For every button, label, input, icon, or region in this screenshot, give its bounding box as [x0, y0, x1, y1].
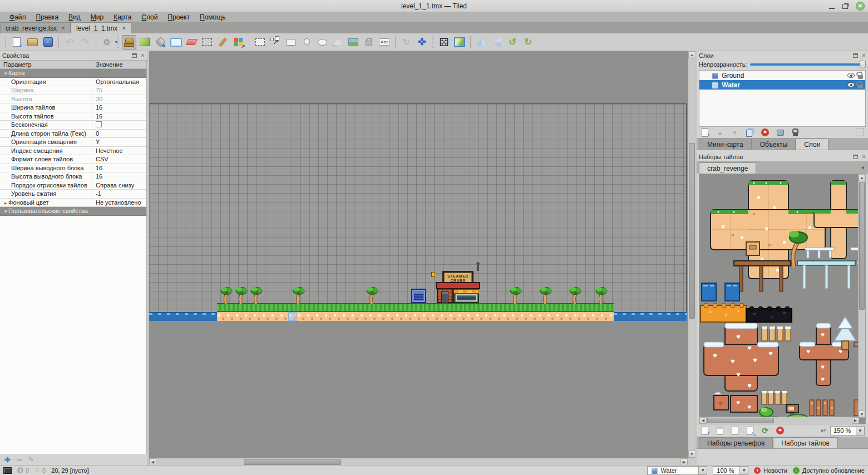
- menu-item[interactable]: Правка: [31, 13, 64, 22]
- terrain-brush-button[interactable]: [137, 35, 152, 50]
- duplicate-layer-button[interactable]: [745, 127, 755, 137]
- export-tileset-button[interactable]: [745, 425, 755, 436]
- menu-item[interactable]: Мир: [86, 13, 108, 22]
- property-row[interactable]: Ширина 75: [0, 86, 146, 95]
- unlocked-icon[interactable]: [858, 85, 863, 88]
- lower-layer-button[interactable]: [730, 127, 740, 137]
- remove-property-icon[interactable]: ━: [17, 456, 22, 464]
- news-link[interactable]: Новости: [754, 467, 787, 474]
- menu-item[interactable]: Карта: [108, 13, 136, 22]
- scroll-up-icon[interactable]: ▲: [859, 174, 865, 181]
- new-tileset-button[interactable]: [700, 425, 710, 436]
- same-tile-select-button[interactable]: [231, 35, 245, 50]
- property-row[interactable]: Высота выводного блока 16: [0, 172, 146, 181]
- scroll-right-icon[interactable]: ▶: [852, 417, 859, 424]
- insert-polygon-button[interactable]: [331, 35, 345, 50]
- scroll-thumb[interactable]: [707, 418, 774, 423]
- property-row[interactable]: Индекс смещения Нечетное: [0, 147, 146, 156]
- tileset-view[interactable]: ♥♥♥♥♥♥♥♥ ♥♥♥♥♥ ♥ ♥♥: [699, 174, 866, 424]
- open-file-button[interactable]: [25, 35, 40, 50]
- map-thumbnail-icon[interactable]: [3, 467, 12, 474]
- property-row[interactable]: Ширина тайлов 16: [0, 103, 146, 112]
- maximize-button-icon[interactable]: [842, 4, 848, 9]
- add-property-icon[interactable]: ✚: [4, 456, 11, 464]
- property-row[interactable]: Порядок отрисовки тайлов Справа снизу: [0, 181, 146, 190]
- close-panel-icon[interactable]: ×: [862, 53, 866, 58]
- show-other-layers-button[interactable]: [775, 127, 785, 137]
- visibility-eye-icon[interactable]: [847, 73, 855, 78]
- visibility-eye-icon[interactable]: [847, 82, 855, 87]
- select-objects-button[interactable]: [253, 35, 267, 50]
- scroll-thumb[interactable]: [244, 459, 341, 465]
- tileset-zoom-select[interactable]: 150 % ▼: [830, 426, 865, 436]
- flip-horizontal-button[interactable]: [474, 35, 489, 50]
- scroll-down-icon[interactable]: ▼: [859, 410, 865, 418]
- layer-row[interactable]: ▦ Ground: [699, 71, 865, 80]
- toolbar-grip[interactable]: [431, 36, 435, 49]
- insert-text-button[interactable]: [377, 35, 392, 50]
- close-panel-icon[interactable]: ×: [141, 53, 145, 58]
- document-tab[interactable]: level_1_1.tmx ×: [71, 22, 131, 33]
- close-button-icon[interactable]: ✕: [856, 2, 865, 11]
- warning-count[interactable]: 0: [34, 467, 46, 474]
- scroll-left-icon[interactable]: ◀: [699, 417, 707, 424]
- tileset-dropdown-icon[interactable]: ▼: [859, 164, 867, 172]
- magic-wand-button[interactable]: [215, 35, 230, 50]
- insert-ellipse-button[interactable]: [315, 35, 329, 50]
- property-row[interactable]: Длина сторон тайла (Гекс) 0: [0, 130, 146, 138]
- run-command-button[interactable]: [100, 35, 114, 50]
- edit-property-icon[interactable]: ✎: [28, 456, 34, 463]
- new-file-button[interactable]: [9, 35, 24, 50]
- remove-layer-button[interactable]: [760, 127, 770, 137]
- rotate-left-button[interactable]: [505, 35, 520, 50]
- shape-fill-button[interactable]: [169, 35, 183, 50]
- insert-tile-button[interactable]: [346, 35, 361, 50]
- property-row[interactable]: Бесконечная: [0, 121, 146, 130]
- property-row[interactable]: Высота 30: [0, 95, 146, 104]
- canvas-vertical-scrollbar[interactable]: ▲ ▼: [688, 51, 695, 458]
- zoom-select[interactable]: 100 % ▼: [713, 466, 748, 475]
- rect-select-button[interactable]: [200, 35, 214, 50]
- close-panel-icon[interactable]: ×: [862, 155, 866, 159]
- property-row[interactable]: Ориентация смещения Y: [0, 138, 146, 147]
- dock-tab[interactable]: Мини-карта: [699, 138, 752, 150]
- tileset-properties-button[interactable]: [715, 425, 725, 436]
- highlight-current-layer-button[interactable]: [855, 127, 865, 137]
- scroll-thumb[interactable]: [859, 182, 865, 310]
- property-row[interactable]: Уровень сжатия -1: [0, 190, 146, 199]
- minimize-button-icon[interactable]: [829, 8, 835, 9]
- dock-tab[interactable]: Слои: [796, 138, 828, 150]
- insert-point-button[interactable]: [299, 35, 314, 50]
- opacity-slider[interactable]: [750, 63, 865, 66]
- map-viewport[interactable]: STEAMED CRABS: [149, 51, 688, 458]
- update-available-link[interactable]: Доступно обновление: [793, 467, 865, 474]
- dock-tab[interactable]: Наборы тайлов: [773, 437, 837, 448]
- float-panel-icon[interactable]: [853, 155, 858, 159]
- layer-list[interactable]: ▦ Ground ▦ Water: [699, 70, 866, 127]
- redo-button[interactable]: [78, 35, 92, 50]
- eraser-button[interactable]: [184, 35, 199, 50]
- document-tab[interactable]: crab_revenge.tsx ×: [0, 22, 71, 33]
- dropdown-caret-icon[interactable]: ▼: [856, 427, 864, 435]
- rotate-button[interactable]: [399, 35, 413, 50]
- dock-tab[interactable]: Наборы рельефов: [699, 437, 773, 448]
- remove-tileset-button[interactable]: [775, 425, 785, 436]
- tileset-vertical-scrollbar[interactable]: ▲ ▼: [858, 174, 865, 418]
- menu-item[interactable]: Файл: [4, 13, 31, 22]
- random-mode-button[interactable]: [437, 35, 451, 50]
- bucket-fill-button[interactable]: [153, 35, 167, 50]
- unlocked-icon[interactable]: [858, 75, 863, 79]
- dropdown-caret-icon[interactable]: ▼: [698, 467, 707, 474]
- reload-tileset-button[interactable]: [760, 425, 770, 436]
- save-button[interactable]: [41, 35, 55, 50]
- tileset-tab[interactable]: crab_revenge: [699, 162, 756, 174]
- dynamic-wrap-icon[interactable]: ↵: [821, 427, 827, 435]
- toolbar-grip[interactable]: [4, 36, 7, 49]
- dropdown-caret-icon[interactable]: ▼: [739, 467, 748, 474]
- edit-tileset-button[interactable]: [730, 425, 740, 436]
- properties-table[interactable]: Карта Ориентация Ортогональная Ширина 75…: [0, 69, 147, 454]
- property-row[interactable]: Высота тайлов 16: [0, 112, 146, 121]
- layer-select[interactable]: ▦Water ▼: [647, 466, 707, 475]
- lock-layer-button[interactable]: [790, 127, 800, 137]
- tileset-horizontal-scrollbar[interactable]: ◀ ▶: [699, 417, 859, 424]
